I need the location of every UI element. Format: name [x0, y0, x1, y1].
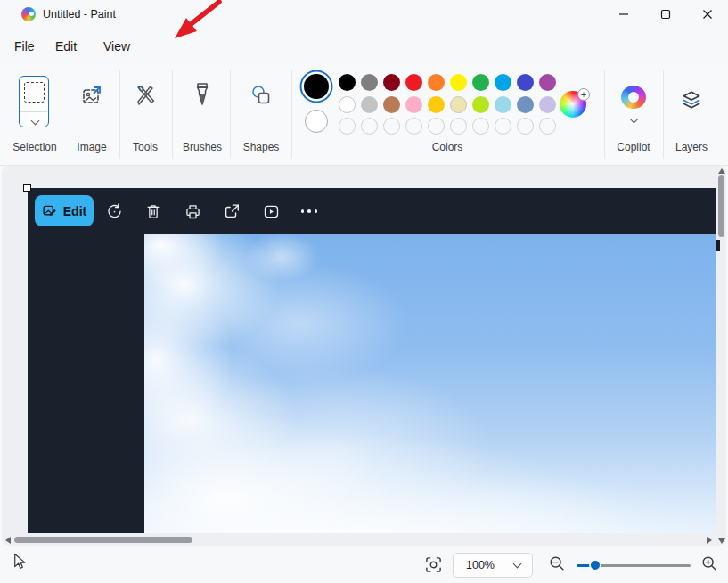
- ribbon-separator: [663, 70, 664, 159]
- selection-label: Selection: [7, 141, 62, 153]
- color-swatch[interactable]: [361, 74, 378, 91]
- color-swatch[interactable]: [339, 96, 356, 113]
- photo-delete-button: [137, 195, 169, 227]
- color-swatch[interactable]: [405, 74, 422, 91]
- copilot-button[interactable]: [621, 86, 646, 109]
- colors-label: Colors: [419, 141, 476, 153]
- color-swatch[interactable]: [517, 96, 534, 113]
- color-swatch[interactable]: [539, 96, 556, 113]
- color-swatch[interactable]: [450, 74, 467, 91]
- hscroll-left-arrow[interactable]: [5, 537, 11, 544]
- color-swatch[interactable]: [472, 74, 489, 91]
- color-swatch[interactable]: [361, 96, 378, 113]
- zoom-in-button[interactable]: [700, 554, 718, 576]
- color-swatch[interactable]: [428, 74, 445, 91]
- empty-color-slot[interactable]: [472, 118, 489, 135]
- menubar: File Edit View: [0, 29, 728, 62]
- sky-photo: [144, 234, 716, 533]
- minimize-button[interactable]: [603, 0, 644, 29]
- slideshow-icon: [262, 202, 281, 221]
- trash-icon: [144, 202, 162, 220]
- color-swatch[interactable]: [383, 74, 400, 91]
- menu-file[interactable]: File: [11, 37, 38, 56]
- color-swatch[interactable]: [405, 96, 422, 113]
- color-swatch[interactable]: [495, 96, 511, 113]
- empty-color-slot[interactable]: [495, 118, 511, 135]
- color-swatch[interactable]: [339, 74, 356, 91]
- hscroll-right-arrow[interactable]: [707, 537, 712, 544]
- photo-edit-label: Edit: [63, 204, 86, 218]
- layers-button[interactable]: [679, 87, 704, 112]
- paint-app-icon: [21, 7, 36, 21]
- canvas[interactable]: Edit: [28, 188, 716, 533]
- ribbon-separator: [172, 70, 173, 159]
- selection-tool-button[interactable]: [19, 76, 49, 127]
- add-color-plus-icon: +: [577, 88, 590, 101]
- empty-color-slot[interactable]: [517, 118, 534, 135]
- color-swatch[interactable]: [495, 74, 511, 91]
- selection-split-divider: [20, 111, 47, 112]
- menu-view[interactable]: View: [100, 37, 134, 56]
- shapes-label: Shapes: [235, 141, 287, 153]
- color-swatch[interactable]: [517, 74, 534, 91]
- empty-color-slot[interactable]: [339, 118, 356, 135]
- empty-color-slot[interactable]: [539, 118, 556, 135]
- rotate-icon: [105, 202, 124, 221]
- empty-color-slot[interactable]: [428, 118, 445, 135]
- copilot-dropdown[interactable]: [627, 114, 640, 123]
- window-title: Untitled - Paint: [43, 8, 116, 21]
- empty-color-slot[interactable]: [383, 118, 400, 135]
- zoom-in-icon: [700, 554, 718, 572]
- selection-dropdown[interactable]: [29, 116, 41, 125]
- horizontal-scrollbar-thumb[interactable]: [14, 537, 192, 543]
- palette-row-2: [339, 96, 556, 113]
- palette-row-3: [339, 118, 556, 135]
- fit-to-screen-button[interactable]: [424, 555, 443, 578]
- image-label: Image: [68, 141, 116, 153]
- ribbon-separator: [119, 70, 120, 159]
- zoom-level-value: 100%: [466, 559, 495, 571]
- fit-to-screen-icon: [424, 555, 443, 574]
- chevron-down-icon: [513, 560, 522, 569]
- zoom-level-dropdown[interactable]: 100%: [453, 553, 533, 578]
- empty-color-slot[interactable]: [405, 118, 422, 135]
- ribbon-separator: [230, 70, 231, 159]
- print-icon: [184, 202, 202, 221]
- empty-color-slot[interactable]: [450, 118, 467, 135]
- color-swatch[interactable]: [539, 74, 556, 91]
- layers-label: Layers: [667, 141, 716, 153]
- tools-button[interactable]: [132, 82, 159, 109]
- tools-label: Tools: [121, 141, 169, 153]
- photo-print-button: [176, 195, 209, 227]
- selection-edge-mark: [716, 240, 720, 251]
- menu-edit[interactable]: Edit: [52, 37, 80, 56]
- photo-edit-button: Edit: [35, 195, 94, 226]
- minimize-icon: [618, 9, 629, 20]
- color-swatch[interactable]: [450, 96, 467, 113]
- color2-swatch[interactable]: [305, 110, 328, 133]
- zoom-slider-thumb[interactable]: [589, 559, 601, 571]
- color-swatch[interactable]: [428, 96, 445, 113]
- color-swatch[interactable]: [383, 96, 400, 113]
- vertical-scrollbar-thumb[interactable]: [718, 175, 724, 237]
- selection-icon: [24, 82, 45, 103]
- edit-image-icon: [42, 203, 57, 218]
- color-swatch[interactable]: [472, 96, 489, 113]
- photo-more-button: [293, 195, 325, 227]
- color1-swatch[interactable]: [304, 74, 329, 99]
- palette-row-1: [339, 74, 556, 91]
- ellipsis-icon: [301, 209, 318, 213]
- close-button[interactable]: [687, 0, 728, 29]
- shapes-button[interactable]: [248, 82, 274, 109]
- vscroll-up-arrow[interactable]: [718, 168, 725, 174]
- vscroll-down-arrow[interactable]: [718, 538, 725, 544]
- maximize-button[interactable]: [645, 0, 686, 29]
- empty-color-slot[interactable]: [361, 118, 378, 135]
- selection-handle[interactable]: [23, 184, 31, 192]
- zoom-out-button[interactable]: [548, 554, 566, 576]
- brushes-button[interactable]: [189, 80, 216, 109]
- statusbar: 100%: [0, 546, 728, 583]
- photo-dark-background: [28, 234, 144, 533]
- ribbon-separator: [604, 70, 605, 159]
- image-button[interactable]: [78, 82, 105, 109]
